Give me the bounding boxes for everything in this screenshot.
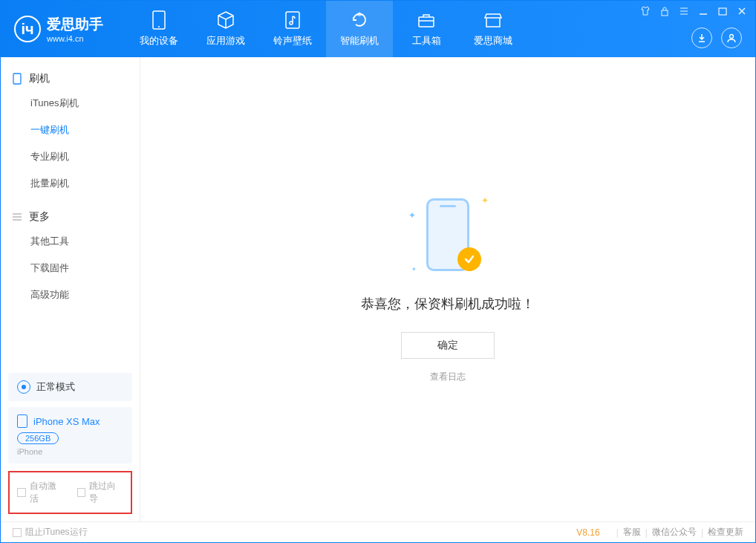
svg-rect-8 — [13, 74, 21, 84]
sidebar-group-more[interactable]: 更多 — [1, 206, 140, 228]
device-card[interactable]: iPhone XS Max 256GB iPhone — [8, 407, 132, 464]
checkbox-skip-guide[interactable]: 跳过向导 — [77, 480, 124, 505]
footer-link-wechat[interactable]: 微信公众号 — [652, 526, 697, 539]
nav-label: 铃声壁纸 — [273, 34, 312, 48]
user-button[interactable] — [721, 27, 742, 48]
logo-icon: iч — [14, 16, 41, 42]
ok-button[interactable]: 确定 — [401, 332, 495, 359]
sidebar-group-flash[interactable]: 刷机 — [1, 68, 140, 90]
success-illustration: ✦ ✦ ✦ — [414, 195, 481, 277]
nav-ringtones[interactable]: 铃声壁纸 — [259, 1, 326, 57]
checkbox-block-itunes[interactable]: 阻止iTunes运行 — [13, 526, 88, 539]
minimize-icon[interactable] — [697, 5, 709, 17]
svg-point-7 — [730, 35, 734, 39]
svg-rect-4 — [419, 17, 434, 27]
divider: | — [701, 527, 703, 538]
sparkle-icon: ✦ — [481, 195, 489, 206]
nav-flash[interactable]: 智能刷机 — [326, 1, 393, 57]
download-button[interactable] — [691, 27, 712, 48]
divider: | — [645, 527, 648, 538]
nav-label: 爱思商城 — [474, 34, 512, 48]
cube-icon — [216, 10, 235, 30]
footer-right: V8.16 | 客服 | 微信公众号 | 检查更新 — [576, 526, 743, 539]
group-title: 更多 — [29, 210, 50, 224]
nav-label: 应用游戏 — [206, 34, 245, 48]
view-log-link[interactable]: 查看日志 — [430, 371, 466, 383]
svg-rect-5 — [662, 10, 668, 16]
success-message: 恭喜您，保资料刷机成功啦！ — [361, 295, 535, 313]
tshirt-icon[interactable] — [639, 5, 651, 17]
refresh-icon — [350, 10, 369, 30]
sidebar-item-batch-flash[interactable]: 批量刷机 — [1, 170, 140, 197]
app-url: www.i4.cn — [47, 34, 103, 43]
checkbox-icon — [17, 488, 26, 497]
group-title: 刷机 — [29, 72, 50, 85]
store-icon — [483, 10, 503, 30]
sidebar-item-advanced[interactable]: 高级功能 — [1, 282, 140, 308]
footer-left: 阻止iTunes运行 — [13, 526, 88, 539]
sidebar: 刷机 iTunes刷机 一键刷机 专业刷机 批量刷机 更多 其他工具 下载固件 … — [1, 57, 140, 521]
nav-apps-games[interactable]: 应用游戏 — [192, 1, 259, 57]
sidebar-item-itunes-flash[interactable]: iTunes刷机 — [1, 90, 140, 117]
app-title: 爱思助手 — [47, 15, 103, 34]
nav-label: 工具箱 — [412, 34, 441, 48]
close-icon[interactable] — [736, 5, 748, 17]
checkbox-label: 自动激活 — [30, 480, 64, 505]
svg-point-3 — [290, 22, 293, 25]
nav-label: 智能刷机 — [340, 34, 379, 48]
footer-link-support[interactable]: 客服 — [623, 526, 641, 539]
svg-point-1 — [158, 26, 160, 27]
sidebar-item-pro-flash[interactable]: 专业刷机 — [1, 143, 140, 170]
checkbox-label: 跳过向导 — [89, 480, 123, 505]
mode-card[interactable]: 正常模式 — [8, 373, 132, 401]
device-icon — [149, 10, 169, 30]
nav-store[interactable]: 爱思商城 — [460, 1, 527, 57]
device-name: iPhone XS Max — [33, 416, 100, 427]
logo-text: 爱思助手 www.i4.cn — [47, 15, 103, 43]
mode-icon — [17, 380, 30, 394]
svg-rect-6 — [719, 8, 726, 15]
titlebar-controls — [639, 5, 748, 17]
logo[interactable]: iч 爱思助手 www.i4.cn — [14, 15, 103, 43]
more-icon — [11, 211, 23, 223]
mode-label: 正常模式 — [36, 380, 75, 394]
toolbox-icon — [417, 10, 436, 30]
footer-link-update[interactable]: 检查更新 — [708, 526, 743, 539]
top-nav: 我的设备 应用游戏 铃声壁纸 智能刷机 工具箱 爱思商城 — [126, 1, 527, 57]
sidebar-item-other-tools[interactable]: 其他工具 — [1, 228, 140, 255]
version-label: V8.16 — [576, 527, 599, 538]
device-name-row: iPhone XS Max — [17, 414, 123, 428]
sparkle-icon: ✦ — [411, 266, 417, 273]
footer: 阻止iTunes运行 V8.16 | 客服 | 微信公众号 | 检查更新 — [1, 521, 755, 542]
main-content: ✦ ✦ ✦ 恭喜您，保资料刷机成功啦！ 确定 查看日志 — [140, 57, 755, 521]
options-highlight-box: 自动激活 跳过向导 — [8, 471, 132, 514]
header: iч 爱思助手 www.i4.cn 我的设备 应用游戏 铃声壁纸 智能刷机 工具… — [1, 1, 755, 57]
checkbox-icon — [13, 528, 22, 537]
checkbox-auto-activate[interactable]: 自动激活 — [17, 480, 64, 505]
check-badge-icon — [457, 247, 481, 271]
checkbox-icon — [77, 488, 86, 497]
body: 刷机 iTunes刷机 一键刷机 专业刷机 批量刷机 更多 其他工具 下载固件 … — [1, 57, 755, 521]
device-type: iPhone — [17, 447, 123, 456]
device-icon — [17, 414, 27, 428]
sidebar-item-download-firmware[interactable]: 下载固件 — [1, 255, 140, 282]
checkbox-label: 阻止iTunes运行 — [25, 526, 88, 539]
nav-label: 我的设备 — [140, 34, 178, 48]
sparkle-icon: ✦ — [408, 210, 416, 221]
nav-toolbox[interactable]: 工具箱 — [393, 1, 460, 57]
music-icon — [283, 10, 302, 30]
phone-icon — [11, 73, 23, 85]
menu-icon[interactable] — [678, 5, 690, 17]
sidebar-bottom: 正常模式 iPhone XS Max 256GB iPhone 自动激活 跳过向… — [1, 365, 140, 521]
maximize-icon[interactable] — [717, 5, 729, 17]
sidebar-item-oneclick-flash[interactable]: 一键刷机 — [1, 117, 140, 143]
header-right-buttons — [691, 27, 742, 48]
divider: | — [616, 527, 619, 538]
nav-my-device[interactable]: 我的设备 — [126, 1, 192, 57]
lock-icon[interactable] — [659, 5, 671, 17]
device-capacity: 256GB — [17, 432, 59, 444]
